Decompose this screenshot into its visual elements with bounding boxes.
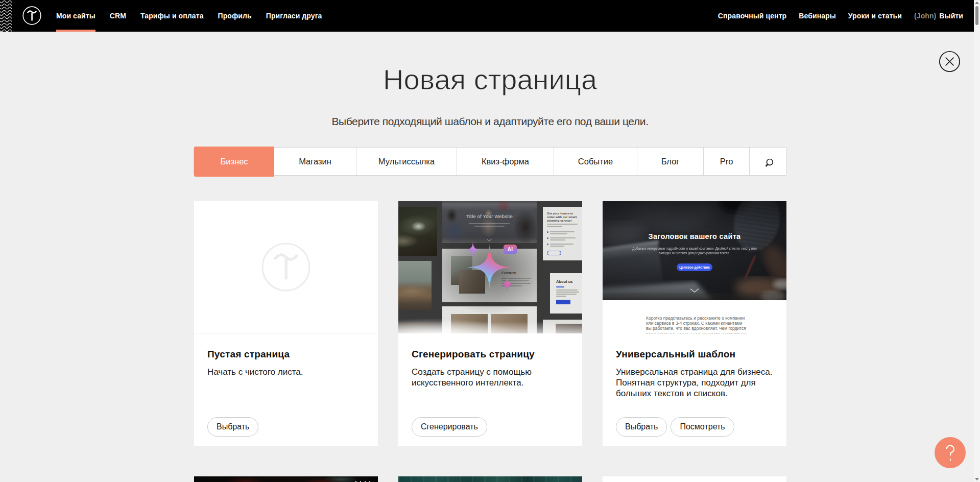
thumb-decor <box>556 300 570 304</box>
nav-user-logout: (John) Выйти <box>914 0 963 32</box>
card-description: Начать с чистого листа. <box>207 367 361 377</box>
question-icon <box>935 437 966 468</box>
scrollbar-down-arrow[interactable] <box>975 478 979 480</box>
main-menu: Мои сайты CRM Тарифы и оплата Профиль Пр… <box>56 0 322 32</box>
card-row2-3 <box>603 476 786 482</box>
thumb-decor: Title of Your Website <box>442 213 537 219</box>
text-line-placeholder <box>556 296 566 297</box>
card-title: Универсальный шаблон <box>616 333 773 360</box>
template-about-text: Коротко представьтесь и расскажите о ком… <box>646 316 747 333</box>
thumb-cleaning-heading: Get your house in order with our smart c… <box>547 212 579 223</box>
tab-multilink[interactable]: Мультиссылка <box>356 148 457 175</box>
card-description: Универсальная страница для бизнеса. Поня… <box>616 367 773 399</box>
tab-event[interactable]: Событие <box>554 148 637 175</box>
tilda-ghost-logo <box>261 243 310 292</box>
text-line-placeholder <box>550 239 565 240</box>
text-line-placeholder <box>550 244 573 245</box>
text-line-placeholder <box>550 237 576 238</box>
nav-invite-friend[interactable]: Пригласи друга <box>266 0 322 32</box>
text-line-placeholder <box>550 246 564 247</box>
card-generate-page: Title of Your Website Feature <box>398 201 582 446</box>
tilda-logo-icon <box>22 6 41 25</box>
user-name: (John) <box>914 12 936 20</box>
scrollbar[interactable] <box>974 0 980 482</box>
card-universal-template: Заголовок вашего сайта Добавьте интересн… <box>603 201 786 446</box>
search-icon <box>762 156 774 167</box>
template-hero: Заголовок вашего сайта Добавьте интересн… <box>603 201 786 300</box>
page: Мои сайты CRM Тарифы и оплата Профиль Пр… <box>0 0 980 482</box>
logout-link[interactable]: Выйти <box>939 12 963 20</box>
choose-universal-button[interactable]: Выбрать <box>616 417 667 437</box>
text-line-placeholder <box>556 290 578 291</box>
collage-fade <box>398 316 582 333</box>
card-row2-1 <box>194 476 378 482</box>
secondary-menu: Справочный центр Вебинары Уроки и статьи… <box>718 0 963 32</box>
nav-lessons[interactable]: Уроки и статьи <box>848 0 902 32</box>
text-line-placeholder <box>556 286 564 287</box>
page-title: Новая страница <box>0 63 980 96</box>
card-title: Пустая страница <box>207 333 365 360</box>
chevron-down-icon <box>689 288 700 293</box>
page-subtitle: Выберите подходящий шаблон и адаптируйте… <box>0 115 980 128</box>
search-tab[interactable] <box>750 148 786 175</box>
card-info: Пустая страница Начать с чистого листа. … <box>194 333 378 446</box>
ai-badge: AI <box>504 245 517 254</box>
row2-preview-dark[interactable] <box>194 476 378 482</box>
tilda-waves-pattern <box>0 0 12 32</box>
generate-button[interactable]: Сгенерировать <box>412 417 487 437</box>
text-line-placeholder <box>550 231 575 232</box>
preview-universal-button[interactable]: Посмотреть <box>671 417 734 437</box>
thumb-about-site: About us <box>550 273 582 314</box>
row2-preview-teal[interactable] <box>398 476 582 482</box>
thumb-about-heading: About us <box>556 279 582 284</box>
nav-help-center[interactable]: Справочный центр <box>718 0 786 32</box>
choose-blank-button[interactable]: Выбрать <box>207 417 258 437</box>
tab-business[interactable]: Бизнес <box>194 147 274 177</box>
tilda-logo[interactable] <box>22 6 41 25</box>
card-blank-page: Пустая страница Начать с чистого листа. … <box>194 201 378 446</box>
nav-profile[interactable]: Профиль <box>218 0 252 32</box>
scrollbar-up-arrow[interactable] <box>975 2 979 4</box>
card-info: Универсальный шаблон Универсальная стран… <box>603 333 786 446</box>
close-button[interactable] <box>939 51 961 73</box>
hero-title: Заголовок вашего сайта <box>603 232 786 240</box>
tab-blog[interactable]: Блог <box>637 148 704 175</box>
nav-my-sites[interactable]: Мои сайты <box>56 0 95 32</box>
blank-preview[interactable] <box>194 201 378 333</box>
card-info: Сгенерировать страницу Создать страницу … <box>398 333 582 446</box>
thumb-interior-photo <box>398 261 432 310</box>
top-navbar: Мои сайты CRM Тарифы и оплата Профиль Пр… <box>0 0 980 32</box>
text-line-placeholder <box>556 294 577 295</box>
ai-preview[interactable]: Title of Your Website Feature <box>398 201 582 333</box>
universal-preview[interactable]: Заголовок вашего сайта Добавьте интересн… <box>603 201 786 333</box>
card-description: Создать страницу с помощью искусственног… <box>412 367 539 388</box>
text-line-placeholder <box>556 292 579 293</box>
card-actions: Выбрать Посмотреть <box>616 417 734 437</box>
hero-subtitle: Добавьте интересные подробности о вашей … <box>630 246 759 256</box>
card-row2-2 <box>398 476 582 482</box>
help-button[interactable] <box>935 437 966 468</box>
nav-crm[interactable]: CRM <box>110 0 126 32</box>
tab-pro[interactable]: Pro <box>704 148 750 175</box>
scrollbar-thumb[interactable] <box>975 6 978 25</box>
nav-webinars[interactable]: Вебинары <box>799 0 836 32</box>
nav-tariffs[interactable]: Тарифы и оплата <box>140 0 204 32</box>
hero-cta-button: Целевое действие <box>677 263 712 271</box>
text-line-placeholder <box>547 224 578 225</box>
card-title: Сгенерировать страницу <box>412 333 569 360</box>
text-line-placeholder <box>550 233 567 234</box>
row2-preview-white[interactable] <box>603 476 786 482</box>
close-icon <box>939 51 961 73</box>
tab-shop[interactable]: Магазин <box>274 148 356 175</box>
card-actions: Сгенерировать <box>412 417 487 437</box>
template-category-tabs: Бизнес Магазин Мультиссылка Квиз-форма С… <box>194 148 786 175</box>
tab-quiz[interactable]: Квиз-форма <box>457 148 554 175</box>
card-actions: Выбрать <box>207 417 258 437</box>
